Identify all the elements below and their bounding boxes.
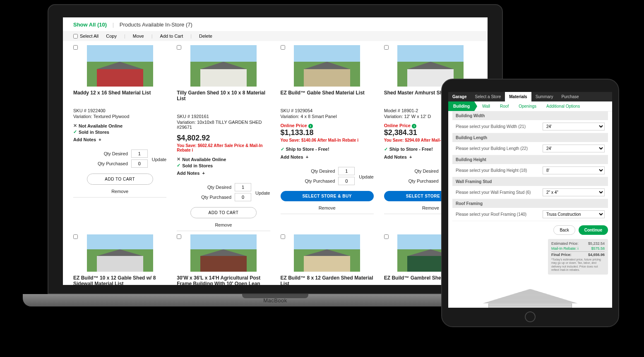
config-select[interactable]: 8': [543, 166, 605, 174]
product-image[interactable]: [190, 45, 257, 87]
check-icon: ✓: [384, 147, 388, 152]
qty-desired-row: Qty Desired: [73, 150, 148, 158]
continue-button[interactable]: Continue: [579, 225, 608, 235]
product-image[interactable]: [87, 234, 153, 272]
config-select[interactable]: 24': [543, 145, 605, 152]
product-checkbox[interactable]: [281, 234, 285, 239]
tab-select-a-store[interactable]: Select a Store: [471, 92, 505, 101]
garage-roof: [483, 289, 578, 304]
qty-desired-input[interactable]: [338, 167, 355, 175]
product-sku: SKU # 1922400: [73, 108, 166, 113]
product-title[interactable]: Maddy 12 x 16 Shed Material List: [73, 90, 166, 96]
remove-link[interactable]: Remove: [73, 189, 166, 198]
product-card: EZ Build™ 10 x 12 Gable Shed w/ 8 Sidewa…: [73, 234, 166, 285]
qty-purchased-input[interactable]: [131, 159, 148, 168]
tab-garage[interactable]: Garage: [448, 92, 471, 101]
subtab-roof[interactable]: Roof: [495, 101, 514, 111]
plus-icon: +: [99, 137, 101, 142]
product-title[interactable]: EZ Build™ 8 x 12 Garden Shed Material Li…: [281, 275, 374, 285]
product-variation: Variation: 10x10x8 TILLY GARDEN SHED #29…: [177, 120, 270, 130]
select-all-input[interactable]: [73, 34, 78, 39]
product-image[interactable]: [294, 234, 360, 272]
config-select[interactable]: Truss Construction: [543, 210, 605, 218]
info-icon[interactable]: i: [192, 148, 193, 152]
product-checkbox[interactable]: [384, 234, 389, 239]
ipad-button-row: Back Continue: [448, 221, 612, 239]
qty-purchased-input[interactable]: [235, 193, 251, 201]
product-checkbox[interactable]: [177, 234, 181, 239]
config-form: Building Width Please select your Buildi…: [448, 111, 612, 221]
add-notes-link[interactable]: Add Notes +: [177, 171, 270, 176]
product-title[interactable]: Tilly Garden Shed 10 x 10 x 8 Material L…: [177, 90, 270, 101]
availability-sold-in-stores: ✓Sold in Stores: [177, 163, 270, 168]
config-select[interactable]: 24': [543, 123, 605, 130]
add-to-cart-button[interactable]: ADD TO CART: [87, 174, 153, 185]
product-title[interactable]: EZ Build™ 10 x 12 Gable Shed w/ 8 Sidewa…: [73, 275, 166, 285]
ipad-frame: GarageSelect a StoreMaterialsSummaryPurc…: [441, 79, 619, 327]
ipad-home-button[interactable]: [525, 311, 536, 322]
config-select[interactable]: 2" x 4": [543, 188, 605, 196]
add-notes-link[interactable]: Add Notes +: [281, 154, 374, 159]
plus-icon: +: [202, 171, 204, 176]
availability-block: ✕Not Available Online✓Sold in Stores: [73, 123, 166, 135]
filter-show-all[interactable]: Show All (10): [73, 22, 107, 28]
qty-desired-input[interactable]: [131, 150, 148, 158]
macbook-screen: Show All (10) | Products Available In-St…: [63, 17, 488, 285]
product-price: $4,802.92: [177, 134, 270, 142]
product-checkbox[interactable]: [73, 234, 78, 239]
add-notes-link[interactable]: Add Notes +: [73, 137, 166, 142]
product-checkbox[interactable]: [177, 45, 181, 50]
add-to-cart-button[interactable]: ADD TO CART: [190, 207, 257, 218]
action-move[interactable]: Move: [133, 34, 144, 39]
garage-preview: 13'2": [452, 281, 608, 308]
update-link[interactable]: Update: [152, 157, 166, 162]
product-image[interactable]: [294, 45, 360, 87]
x-icon: ✕: [73, 123, 77, 128]
tab-purchase[interactable]: Purchase: [557, 92, 583, 101]
subtab-wall[interactable]: Wall: [477, 101, 495, 111]
product-variation: Variation: Textured Plywood: [73, 114, 166, 119]
subtab-openings[interactable]: Openings: [514, 101, 541, 111]
tab-materials[interactable]: Materials: [505, 92, 531, 101]
config-prompt: Please select your Building Width (21): [456, 124, 526, 129]
info-icon[interactable]: i: [357, 138, 358, 142]
product-checkbox[interactable]: [384, 45, 389, 50]
availability-sold-in-stores: ✓Sold in Stores: [73, 129, 166, 135]
product-checkbox[interactable]: [281, 45, 285, 50]
online-price-label: Online Price i: [281, 123, 374, 128]
info-icon[interactable]: i: [412, 124, 416, 128]
action-delete[interactable]: Delete: [199, 34, 212, 39]
subtab-building[interactable]: Building: [448, 101, 477, 111]
info-icon[interactable]: i: [578, 246, 579, 251]
tab-summary[interactable]: Summary: [531, 92, 557, 101]
product-checkbox[interactable]: [73, 45, 78, 50]
remove-link[interactable]: Remove: [177, 222, 270, 231]
select-store-buy-button[interactable]: SELECT STORE & BUY: [281, 191, 374, 201]
select-all-checkbox[interactable]: Select All: [73, 34, 99, 39]
filter-in-store[interactable]: Products Available In-Store (7): [120, 22, 192, 28]
update-link[interactable]: Update: [255, 191, 270, 195]
back-button[interactable]: Back: [553, 225, 575, 235]
product-sku: SKU # 1920161: [177, 114, 270, 119]
remove-link[interactable]: Remove: [281, 205, 374, 214]
product-title[interactable]: 30'W x 36'L x 14'H Agricultural Post Fra…: [177, 275, 270, 285]
update-link[interactable]: Update: [359, 174, 373, 179]
check-icon: ✓: [177, 163, 180, 168]
action-add-to-cart[interactable]: Add to Cart: [160, 34, 183, 39]
rebate-row: Mail-In Rebate: i $575.58: [551, 246, 605, 251]
product-card: EZ Build™ Gable Shed Material List SKU #…: [281, 45, 374, 231]
product-image[interactable]: [87, 45, 153, 87]
qty-purchased-input[interactable]: [338, 177, 355, 185]
action-copy[interactable]: Copy: [106, 34, 117, 39]
subtab-additional-options[interactable]: Additional Options: [541, 101, 585, 111]
qty-desired-input[interactable]: [235, 183, 251, 191]
product-title[interactable]: EZ Build™ Gable Shed Material List: [281, 90, 374, 96]
garage-illustration: [483, 289, 578, 308]
config-header: Building Height: [452, 155, 608, 164]
config-row: Please select your Wall Framing Stud (6)…: [452, 186, 608, 199]
divider: |: [124, 34, 125, 39]
final-price-row: Final Price: $4,656.96: [551, 251, 605, 257]
info-icon[interactable]: i: [308, 124, 313, 128]
product-image[interactable]: [190, 234, 257, 272]
config-header: Building Length: [452, 133, 608, 142]
